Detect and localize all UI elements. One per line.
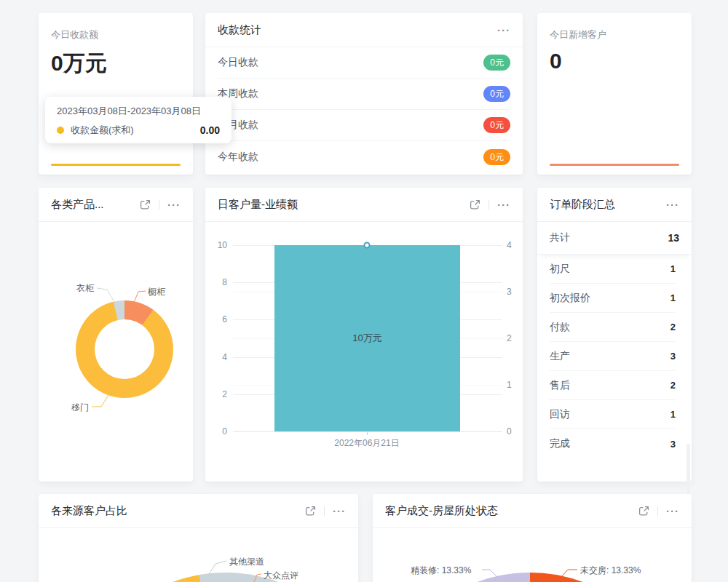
more-menu-icon[interactable]: ··· <box>666 506 679 517</box>
expand-icon[interactable] <box>470 199 480 210</box>
stage-row: 售后 2 <box>550 371 676 400</box>
x-axis-line <box>233 431 502 432</box>
kpi-amount-label: 今日收款额 <box>39 13 193 41</box>
y-axis-tick-left: 2 <box>208 389 227 399</box>
card-product-donut: 各类产品... ··· 衣柜 橱柜 移门 <box>39 188 193 482</box>
series-dot-icon <box>57 127 64 134</box>
stage-label: 完成 <box>550 437 570 450</box>
x-axis-label: 2022年06月21日 <box>334 437 399 450</box>
card-today-amount: 今日收款额 0万元 <box>39 13 193 175</box>
card-title: 各类产品... <box>51 198 140 212</box>
pie-label-refined: 精装修: 13.33% <box>411 565 471 577</box>
stage-label: 付款 <box>550 321 570 334</box>
status-badge: 0元 <box>483 149 510 165</box>
divider <box>488 200 489 210</box>
stage-total-row: 共计 13 <box>537 222 692 255</box>
tooltip-date-range: 2023年03月08日-2023年03月08日 <box>57 105 220 118</box>
pie-label-dianping: 大众点评 <box>264 570 298 582</box>
stage-value: 3 <box>670 439 676 450</box>
expand-icon[interactable] <box>140 199 151 210</box>
stat-label: 今年收款 <box>218 151 258 164</box>
y-axis-tick-left: 6 <box>208 314 227 324</box>
line-point-marker[interactable] <box>364 242 371 249</box>
stage-value: 1 <box>670 409 676 420</box>
stage-value: 2 <box>670 380 676 391</box>
y-axis-tick-left: 4 <box>208 352 227 362</box>
card-deal-pie: 客户成交-房屋所处状态 ··· 精装修: 13.33% 未交房: 13.33% <box>373 494 692 582</box>
y-axis-tick-right: 0 <box>507 426 512 436</box>
pie-slices[interactable] <box>73 573 358 582</box>
stat-row-year: 今年收款 0元 <box>218 141 510 172</box>
card-collection-stats: 收款统计 ··· 今日收款 0元 本周收款 0元 本月收款 0元 今年收款 0元 <box>205 13 523 175</box>
divider <box>657 506 658 516</box>
status-badge: 0元 <box>483 55 510 71</box>
more-menu-icon[interactable]: ··· <box>666 199 679 210</box>
x-axis-tick <box>367 432 368 435</box>
stat-row-today: 今日收款 0元 <box>218 47 510 79</box>
more-menu-icon[interactable]: ··· <box>497 25 510 36</box>
stage-row: 生产 3 <box>550 342 676 371</box>
y-axis-tick-right: 2 <box>507 333 512 343</box>
tooltip-value: 0.00 <box>200 124 220 136</box>
deal-pie-chart[interactable]: 精装修: 13.33% 未交房: 13.33% <box>373 528 692 582</box>
more-menu-icon[interactable]: ··· <box>333 506 346 517</box>
divider <box>159 200 159 210</box>
tooltip-series-label: 收款金额(求和) <box>71 124 200 137</box>
stage-row: 付款 2 <box>550 313 676 342</box>
stage-label: 初次报价 <box>550 292 590 305</box>
point-data-label: 4个 <box>360 250 374 262</box>
donut-slices[interactable] <box>76 300 173 398</box>
card-title: 客户成交-房屋所处状态 <box>385 504 638 518</box>
donut-label-yimen: 移门 <box>71 402 89 414</box>
y-axis-tick-right: 1 <box>507 380 512 390</box>
y-axis-tick-right: 4 <box>507 240 512 250</box>
more-menu-icon[interactable]: ··· <box>167 199 181 210</box>
stage-label: 初尺 <box>550 263 570 276</box>
stage-row: 初次报价 1 <box>550 284 676 313</box>
expand-icon[interactable] <box>638 506 649 517</box>
divider <box>324 506 325 516</box>
pie-label-other: 其他渠道 <box>229 556 264 568</box>
stage-row: 初尺 1 <box>550 255 676 284</box>
stage-value: 13 <box>668 232 679 244</box>
stage-value: 3 <box>670 351 676 362</box>
stage-label: 售后 <box>550 379 570 392</box>
y-axis-tick-left: 0 <box>208 426 227 436</box>
kpi-customers-sparkline[interactable] <box>550 164 679 166</box>
donut-label-chugui: 橱柜 <box>148 286 165 298</box>
stat-label: 今日收款 <box>218 56 258 69</box>
stage-row: 完成 3 <box>550 429 676 458</box>
kpi-amount-value: 0万元 <box>39 41 193 79</box>
revenue-bar[interactable]: 10万元 <box>274 245 460 431</box>
card-new-customers: 今日新增客户 0 <box>537 13 692 175</box>
y-axis-tick-right: 3 <box>507 287 512 297</box>
card-title: 收款统计 <box>218 23 497 37</box>
expand-icon[interactable] <box>305 506 316 517</box>
kpi-customers-value: 0 <box>537 41 692 73</box>
y-axis-tick-left: 10 <box>208 240 227 250</box>
source-pie-chart[interactable]: 其他渠道 大众点评 <box>39 528 358 582</box>
stat-row-week: 本周收款 0元 <box>218 79 510 110</box>
status-badge: 0元 <box>483 86 510 102</box>
bar-data-label: 10万元 <box>352 332 381 345</box>
card-daily-bar-chart: 日客户量-业绩额 ··· 10 8 6 4 2 0 4 3 2 1 0 10万元 <box>205 188 523 482</box>
stage-value: 1 <box>670 292 676 303</box>
daily-bar-chart[interactable]: 10 8 6 4 2 0 4 3 2 1 0 10万元 4个 2022年06月2… <box>205 222 523 482</box>
product-donut-chart[interactable]: 衣柜 橱柜 移门 <box>39 222 193 482</box>
more-menu-icon[interactable]: ··· <box>497 199 510 210</box>
pie-label-undelivered: 未交房: 13.33% <box>580 565 641 577</box>
stage-label: 生产 <box>550 350 570 363</box>
kpi-amount-sparkline[interactable] <box>51 164 181 166</box>
pie-leader-lines <box>39 528 358 582</box>
stage-row: 回访 1 <box>550 400 676 429</box>
stat-row-month: 本月收款 0元 <box>218 110 510 141</box>
y-axis-tick-left: 8 <box>208 277 227 287</box>
stage-label: 共计 <box>550 231 570 244</box>
chart-tooltip: 2023年03月08日-2023年03月08日 收款金额(求和) 0.00 <box>45 97 232 143</box>
stage-label: 回访 <box>550 408 570 421</box>
card-title: 各来源客户占比 <box>51 504 305 518</box>
card-source-pie: 各来源客户占比 ··· 其他渠道 大众点评 <box>39 494 358 582</box>
card-title: 订单阶段汇总 <box>550 198 666 212</box>
status-badge: 0元 <box>483 117 510 133</box>
dashboard-page: { "kpi_today_amount": { "label": "今日收款额"… <box>0 0 728 582</box>
